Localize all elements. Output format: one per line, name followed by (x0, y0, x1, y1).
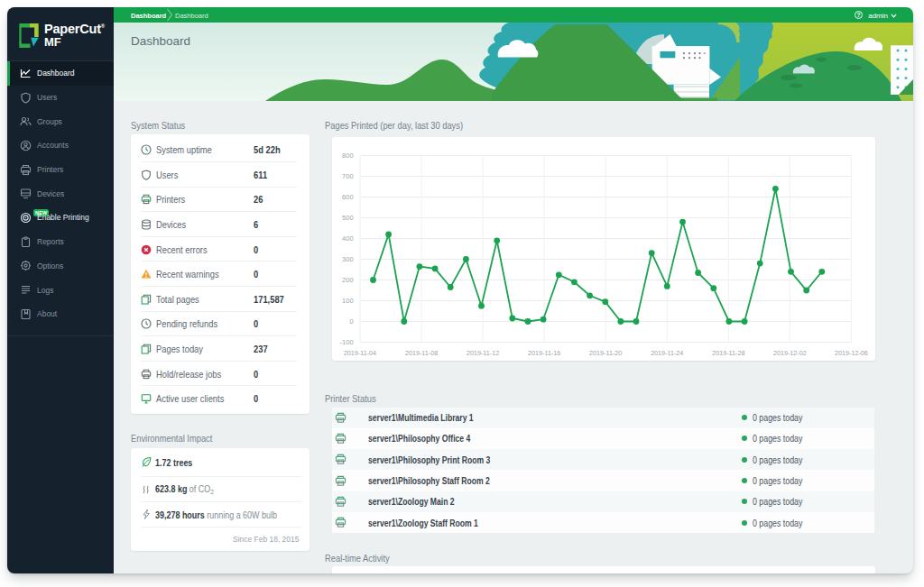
svg-text:500: 500 (342, 214, 354, 222)
svg-text:0: 0 (349, 317, 353, 326)
svg-text:2019-11-04: 2019-11-04 (344, 348, 376, 356)
svg-text:2019-11-20: 2019-11-20 (589, 348, 622, 356)
svg-text:2019-11-28: 2019-11-28 (712, 348, 744, 356)
svg-text:600: 600 (342, 193, 354, 201)
svg-text:2019-11-16: 2019-11-16 (528, 348, 560, 356)
svg-text:300: 300 (342, 255, 354, 263)
svg-text:2019-11-08: 2019-11-08 (405, 348, 438, 356)
svg-text:-100: -100 (340, 338, 354, 346)
svg-text:700: 700 (342, 172, 354, 180)
svg-text:2019-11-12: 2019-11-12 (467, 348, 499, 356)
svg-text:400: 400 (342, 234, 354, 243)
svg-text:2019-12-02: 2019-12-02 (773, 348, 807, 356)
svg-text:2019-11-24: 2019-11-24 (651, 348, 683, 356)
svg-text:100: 100 (342, 297, 354, 305)
svg-text:800: 800 (342, 151, 354, 160)
svg-text:2019-12-06: 2019-12-06 (835, 348, 868, 356)
svg-text:200: 200 (342, 276, 354, 284)
